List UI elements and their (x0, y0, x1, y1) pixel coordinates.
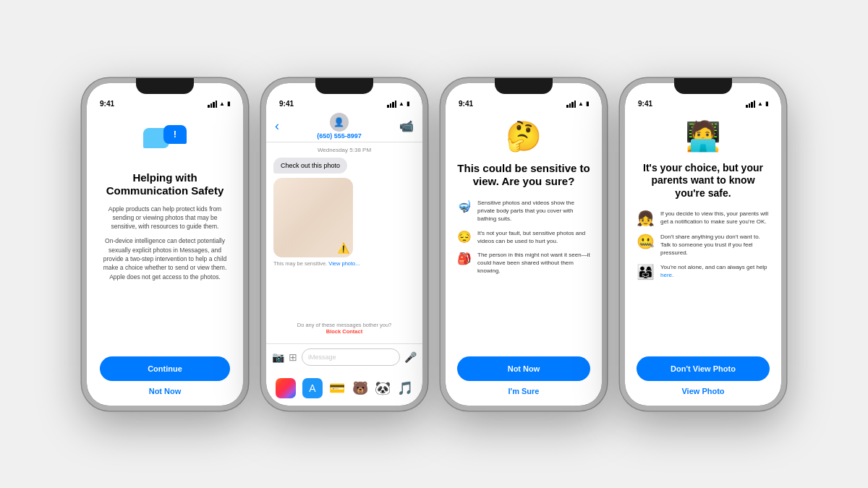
imessage-input[interactable]: iMessage (302, 348, 400, 366)
music-icon[interactable]: 🎵 (397, 380, 413, 396)
time-1: 9:41 (100, 100, 114, 108)
battery-icon: ▮ (227, 100, 230, 107)
phone-3: 9:41 ▲ ▮ 🤔 This could be sensitive to vi… (441, 78, 607, 411)
sensitive-note: This may be sensitive. View photo... (273, 260, 415, 267)
info-1-emoji: 👧 (637, 210, 655, 227)
phone-4-content: 🧑‍💻 It's your choice, but your parents w… (625, 111, 781, 406)
p4-view-photo-link[interactable]: View Photo (681, 387, 724, 395)
reason-1-text: Sensitive photos and videos show the pri… (477, 199, 590, 223)
p1-continue-button[interactable]: Continue (100, 356, 230, 381)
status-icons-4: ▲ ▮ (746, 100, 768, 108)
battery-icon-2: ▮ (407, 100, 409, 107)
scene: 9:41 ▲ ▮ ! (67, 64, 801, 425)
signal-1 (208, 100, 217, 108)
appstore-icon[interactable]: A (302, 378, 323, 398)
communication-safety-icon: ! (143, 125, 187, 161)
video-call-icon[interactable]: 📹 (399, 119, 414, 133)
phone-1-notch (136, 78, 194, 94)
info-2: 🤐 Don't share anything you don't want to… (637, 233, 770, 257)
p3-sure-link[interactable]: I'm Sure (509, 387, 540, 395)
avatar-icon: 👤 (333, 117, 344, 127)
info-1-text: If you decide to view this, your parents… (660, 210, 770, 226)
help-link[interactable]: here. (660, 272, 673, 278)
phone-2-notch (315, 78, 373, 94)
phone-4-notch (674, 78, 732, 94)
p4-title: It's your choice, but your parents want … (637, 162, 770, 200)
photo-placeholder: ⚠️ (273, 178, 353, 257)
exclaim-icon: ! (174, 129, 176, 140)
signal-3 (566, 100, 576, 108)
applepay-icon[interactable]: 💳 (329, 380, 345, 396)
messages-body: Wednesday 5:38 PM Check out this photo ⚠… (266, 142, 422, 343)
phone-2: 9:41 ▲ ▮ ‹ 👤 (261, 78, 427, 411)
messages-toolbar: 📷 ⊞ iMessage 🎤 (266, 343, 422, 371)
info-2-emoji: 🤐 (637, 233, 655, 250)
reason-1: 🤿 Sensitive photos and videos show the p… (457, 199, 590, 223)
bar4 (216, 100, 218, 108)
p4-dont-view-button[interactable]: Don't View Photo (637, 356, 770, 381)
message-bubble: Check out this photo (273, 158, 347, 174)
battery-icon-4: ▮ (765, 100, 768, 107)
p1-title: Helping with Communication Safety (100, 171, 230, 197)
phone-1-content: ! Helping with Communication Safety Appl… (87, 111, 243, 406)
p2-spacer (273, 270, 415, 322)
signal-4 (746, 100, 755, 108)
phone-3-notch (495, 78, 553, 94)
apps-icon[interactable]: ⊞ (289, 351, 297, 363)
phone-4: 9:41 ▲ ▮ 🧑‍💻 It's your choice, but your … (620, 78, 786, 411)
wifi-icon: ▲ (219, 100, 225, 107)
reason-2-emoji: 😔 (457, 230, 472, 244)
p3-title: This could be sensitive to view. Are you… (457, 162, 590, 189)
bar1 (208, 105, 210, 108)
info-3-text: You're not alone, and can always get hel… (660, 263, 770, 279)
emoji-icon[interactable]: 🐼 (375, 380, 391, 396)
memoji-icon[interactable]: 🐻 (352, 380, 368, 396)
phone-3-content: 🤔 This could be sensitive to view. Are y… (446, 111, 602, 406)
app-row: A 💳 🐻 🐼 🎵 (266, 371, 422, 406)
warning-icon: ⚠️ (337, 242, 349, 254)
info-3: 👨‍👩‍👧 You're not alone, and can always g… (637, 263, 770, 281)
status-icons-2: ▲ ▮ (387, 100, 409, 108)
p1-body1: Apple products can help protect kids fro… (100, 205, 230, 231)
wifi-icon-3: ▲ (578, 100, 584, 107)
p3-not-now-button[interactable]: Not Now (457, 356, 590, 381)
block-section: Do any of these messages bother you? Blo… (273, 322, 415, 335)
phone-1-screen: 9:41 ▲ ▮ ! (87, 83, 243, 406)
contact-avatar: 👤 (330, 113, 349, 132)
reason-2-text: It's not your fault, but sensitive photo… (477, 229, 590, 245)
reason-3: 🎒 The person in this might not want it s… (457, 251, 590, 275)
reason-1-emoji: 🤿 (457, 200, 472, 213)
wifi-icon-2: ▲ (399, 100, 404, 107)
phone-3-screen: 9:41 ▲ ▮ 🤔 This could be sensitive to vi… (446, 83, 602, 406)
info-2-text: Don't share anything you don't want to. … (660, 233, 770, 257)
p1-not-now-link[interactable]: Not Now (149, 387, 182, 395)
date-label: Wednesday 5:38 PM (273, 147, 415, 153)
contact-info: 👤 (650) 555-8997 (317, 113, 362, 140)
view-photo-link[interactable]: View photo... (328, 260, 359, 267)
photos-app-icon[interactable] (276, 378, 296, 398)
reason-3-emoji: 🎒 (457, 252, 472, 265)
back-button[interactable]: ‹ (275, 119, 279, 134)
signal-2 (387, 100, 396, 108)
battery-icon-3: ▮ (586, 100, 589, 107)
thinking-emoji: 🤔 (506, 119, 542, 153)
info-1: 👧 If you decide to view this, your paren… (637, 210, 770, 227)
time-3: 9:41 (459, 100, 473, 108)
bubble-dark: ! (163, 125, 187, 144)
prince-emoji: 🧑‍💻 (685, 119, 721, 153)
audio-icon[interactable]: 🎤 (404, 351, 417, 363)
camera-icon[interactable]: 📷 (272, 351, 284, 363)
phone-4-screen: 9:41 ▲ ▮ 🧑‍💻 It's your choice, but your … (625, 83, 781, 406)
info-3-emoji: 👨‍👩‍👧 (637, 263, 655, 281)
phone-2-screen: 9:41 ▲ ▮ ‹ 👤 (266, 83, 422, 406)
time-2: 9:41 (279, 100, 294, 108)
status-icons-1: ▲ ▮ (208, 100, 230, 108)
reason-2: 😔 It's not your fault, but sensitive pho… (457, 229, 590, 245)
wifi-icon-4: ▲ (757, 100, 763, 107)
contact-name[interactable]: (650) 555-8997 (317, 132, 362, 140)
bar2 (210, 103, 213, 108)
p1-body2: On-device intelligence can detect potent… (100, 236, 230, 281)
phone-1: 9:41 ▲ ▮ ! (82, 78, 248, 411)
messages-header: ‹ 👤 (650) 555-8997 📹 (266, 111, 422, 142)
block-contact-link[interactable]: Block Contact (326, 328, 362, 335)
